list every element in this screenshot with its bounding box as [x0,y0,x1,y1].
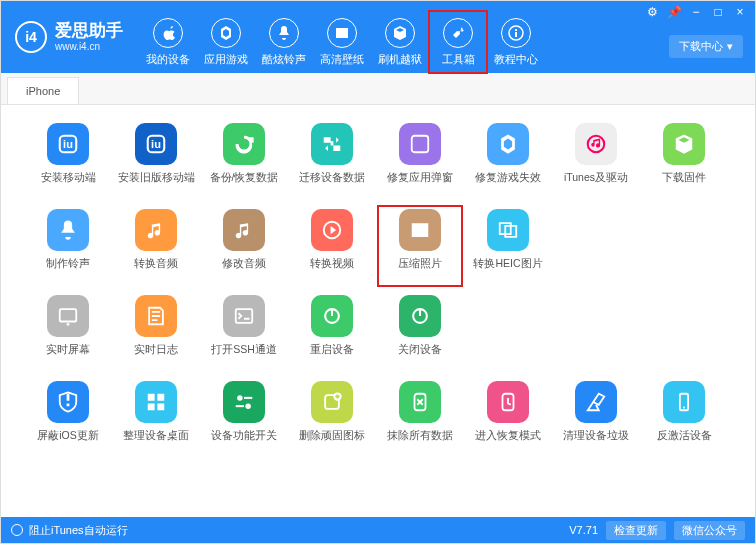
download-center-button[interactable]: 下载中心 ▾ [669,35,743,58]
tool-backup[interactable]: 备份/恢复数据 [205,123,283,197]
nav-label: 酷炫铃声 [262,52,306,67]
image-icon [327,18,357,48]
tool-erase-all[interactable]: 抹除所有数据 [381,381,459,455]
tool-label: 安装旧版移动端 [118,171,195,185]
version-label: V7.71 [569,524,598,536]
apple-icon [153,18,183,48]
tool-label: 关闭设备 [398,343,442,357]
tool-label: 修改音频 [222,257,266,271]
shield-icon [47,381,89,423]
tool-install-mobile[interactable]: 安装移动端 [29,123,107,197]
tool-recovery[interactable]: 进入恢复模式 [469,381,547,455]
check-update-button[interactable]: 检查更新 [606,521,666,540]
refresh-icon [223,123,265,165]
tool-make-ring[interactable]: 制作铃声 [29,209,107,283]
window-controls: ⚙ 📌 − □ × [645,5,747,19]
nav-apps[interactable]: 应用游戏 [197,11,255,73]
logo: i4 爱思助手 www.i4.cn [15,21,123,53]
tool-label: 打开SSH通道 [211,343,277,357]
tool-edit-audio[interactable]: 修改音频 [205,209,283,283]
tool-label: 进入恢复模式 [475,429,541,443]
tool-label: 清理设备垃圾 [563,429,629,443]
bell-icon [47,209,89,251]
maximize-icon[interactable]: □ [711,5,725,19]
block-itunes-label[interactable]: 阻止iTunes自动运行 [29,523,128,538]
minimize-icon[interactable]: − [689,5,703,19]
tool-conv-audio[interactable]: 转换音频 [117,209,195,283]
tool-label: 设备功能开关 [211,429,277,443]
tool-label: iTunes及驱动 [564,171,628,185]
nav-label: 工具箱 [442,52,475,67]
main-nav: 我的设备应用游戏酷炫铃声高清壁纸刷机越狱工具箱教程中心 [139,1,545,73]
screen-icon [47,295,89,337]
tool-label: 转换视频 [310,257,354,271]
tools-icon [443,18,473,48]
power-icon [399,295,441,337]
imageconv-icon [487,209,529,251]
tool-realtime-screen[interactable]: 实时屏幕 [29,295,107,369]
erase-icon [399,381,441,423]
nav-help[interactable]: 教程中心 [487,11,545,73]
tool-download-fw[interactable]: 下载固件 [645,123,723,197]
cube-icon [385,18,415,48]
footer: 阻止iTunes自动运行 V7.71 检查更新 微信公众号 [1,517,755,543]
tool-grid: 安装移动端安装旧版移动端备份/恢复数据迁移设备数据修复应用弹窗修复游戏失效iTu… [29,123,727,455]
log-icon [135,295,177,337]
app-title: 爱思助手 [55,22,123,41]
nav-device[interactable]: 我的设备 [139,11,197,73]
tool-label: 转换音频 [134,257,178,271]
nav-label: 教程中心 [494,52,538,67]
tool-label: 实时屏幕 [46,343,90,357]
music-icon [135,209,177,251]
nav-jail[interactable]: 刷机越狱 [371,11,429,73]
tool-clean-junk[interactable]: 清理设备垃圾 [557,381,635,455]
broom-icon [575,381,617,423]
tool-reboot[interactable]: 重启设备 [293,295,371,369]
tool-migrate[interactable]: 迁移设备数据 [293,123,371,197]
bell-icon [269,18,299,48]
device-icon [663,381,705,423]
tool-label: 修复游戏失效 [475,171,541,185]
tool-open-ssh[interactable]: 打开SSH通道 [205,295,283,369]
tool-label: 制作铃声 [46,257,90,271]
tool-shutdown[interactable]: 关闭设备 [381,295,459,369]
tool-clear-icon[interactable]: 删除顽固图标 [293,381,371,455]
tool-fix-game[interactable]: 修复游戏失效 [469,123,547,197]
nav-tools[interactable]: 工具箱 [429,11,487,73]
tool-label: 压缩照片 [398,257,442,271]
tool-compress-photo[interactable]: 压缩照片 [381,209,459,283]
tool-clean-desktop[interactable]: 整理设备桌面 [117,381,195,455]
tool-label: 删除顽固图标 [299,429,365,443]
appstore-icon [211,18,241,48]
settings-icon[interactable]: ⚙ [645,5,659,19]
nav-ring[interactable]: 酷炫铃声 [255,11,313,73]
tool-label: 修复应用弹窗 [387,171,453,185]
status-indicator-icon [11,524,23,536]
tool-deactivate[interactable]: 反激活设备 [645,381,723,455]
tool-realtime-log[interactable]: 实时日志 [117,295,195,369]
tab-iphone[interactable]: iPhone [7,77,79,104]
power-icon [311,295,353,337]
recovery-icon [487,381,529,423]
close-icon[interactable]: × [733,5,747,19]
migrate-icon [311,123,353,165]
info-icon [501,18,531,48]
tool-block-ios-update[interactable]: 屏蔽iOS更新 [29,381,107,455]
grid-icon [135,381,177,423]
tool-install-old[interactable]: 安装旧版移动端 [117,123,195,197]
nav-wall[interactable]: 高清壁纸 [313,11,371,73]
tool-feature-switch[interactable]: 设备功能开关 [205,381,283,455]
tool-fix-popup[interactable]: 修复应用弹窗 [381,123,459,197]
tool-conv-heic[interactable]: 转换HEIC图片 [469,209,547,283]
tool-label: 反激活设备 [657,429,712,443]
logo-icon [47,123,89,165]
terminal-icon [223,295,265,337]
tool-itunes-driver[interactable]: iTunes及驱动 [557,123,635,197]
pin-icon[interactable]: 📌 [667,5,681,19]
wechat-button[interactable]: 微信公众号 [674,521,745,540]
nav-label: 我的设备 [146,52,190,67]
tool-conv-video[interactable]: 转换视频 [293,209,371,283]
clearapp-icon [311,381,353,423]
logo-icon [135,123,177,165]
tool-label: 屏蔽iOS更新 [37,429,99,443]
